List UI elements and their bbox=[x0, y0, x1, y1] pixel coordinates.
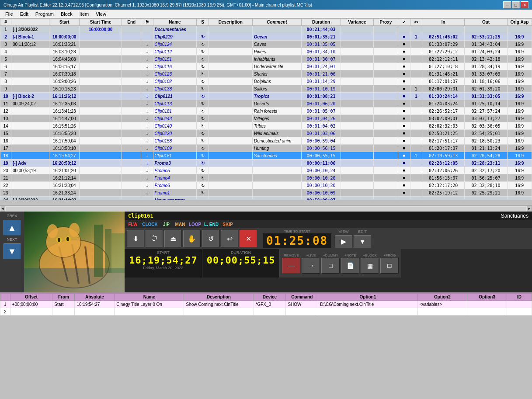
table-cell: 02:32;28;10 bbox=[465, 182, 507, 189]
table-row[interactable]: 516:04:45;08↓Clip0151↻Inhabitants00:01;3… bbox=[0, 56, 532, 63]
edit-label: EDIT bbox=[354, 229, 371, 234]
menu-program[interactable]: Program bbox=[32, 10, 57, 17]
table-row[interactable]: 2116:21:12;14↓Promo4↻00:00;10;20■01:56;1… bbox=[0, 174, 532, 182]
playlist-scroll[interactable]: # Start Start Time End ⚑ Name S Descript… bbox=[0, 18, 532, 200]
svg-rect-16 bbox=[105, 229, 111, 273]
table-row[interactable]: 1316:14:47;00↓Clip0243↻Villages00:01;04;… bbox=[0, 115, 532, 122]
table-cell bbox=[209, 100, 252, 108]
table-row[interactable]: 1216:13:41;23↓Clip0181↻Rain forests00:01… bbox=[0, 108, 532, 115]
app-title: Cinegy Air Playlist Editor 22.12.0.4712.… bbox=[3, 3, 312, 7]
menu-view[interactable]: View bbox=[92, 10, 110, 17]
table-cell bbox=[11, 85, 49, 93]
table-cell: ■ bbox=[398, 100, 410, 108]
maximize-button[interactable]: □ bbox=[512, 1, 520, 8]
table-row[interactable]: 1100;09;24;0216:12:35;03↓Clip0113↻Desert… bbox=[0, 100, 532, 108]
table-row[interactable]: 416:03:10;28↓Clip0112↻Rivers00:01;34;10■… bbox=[0, 48, 532, 56]
table-cell bbox=[341, 26, 373, 33]
gfx-row[interactable]: 2 bbox=[0, 308, 532, 316]
table-cell bbox=[209, 182, 252, 189]
jip-button[interactable]: ⏏ bbox=[164, 230, 182, 247]
table-row[interactable]: 916:10:15;23↓Clip0138↻Sailors00:01;10;19… bbox=[0, 85, 532, 93]
table-cell bbox=[410, 174, 422, 182]
menu-file[interactable]: File bbox=[2, 10, 17, 17]
prev-button[interactable]: ▲ bbox=[3, 220, 21, 236]
menu-item[interactable]: Item bbox=[76, 10, 92, 17]
svg-point-8 bbox=[47, 224, 58, 238]
recue-button[interactable]: ⬇ bbox=[127, 230, 144, 247]
menu-block[interactable]: Block bbox=[57, 10, 76, 17]
table-cell: 02:53;21;25 bbox=[422, 130, 464, 137]
table-cell bbox=[141, 197, 153, 200]
table-cell: Clip0140 bbox=[153, 122, 197, 130]
live-button[interactable]: → bbox=[302, 258, 320, 274]
table-cell: Clip0123 bbox=[153, 70, 197, 78]
table-row[interactable]: 1516:16:55;28↓Clip0220↻Wild animals00:01… bbox=[0, 130, 532, 137]
table-row[interactable]: 716:07:39;18↓Clip0123↻Sharks00:01;21;06■… bbox=[0, 70, 532, 78]
table-cell: Clip0181 bbox=[153, 108, 197, 115]
menu-edit[interactable]: Edit bbox=[17, 10, 32, 17]
table-cell: 16:9 bbox=[507, 78, 532, 85]
table-row[interactable]: 1[-] 3/20/202216:00:00;00Documentaries00… bbox=[0, 26, 532, 33]
skip-button[interactable]: ✕ bbox=[240, 230, 257, 247]
table-cell bbox=[410, 130, 422, 137]
svg-rect-17 bbox=[111, 233, 125, 273]
note-button[interactable]: 📄 bbox=[341, 258, 359, 274]
table-cell bbox=[80, 93, 122, 100]
remove-button[interactable]: — bbox=[282, 258, 300, 274]
loop-button[interactable]: ↺ bbox=[202, 230, 219, 247]
table-row[interactable]: 2216:21:23;04↓Promo6↻00:00;10;20■02:32;1… bbox=[0, 182, 532, 189]
gfx-cell: +00;00;00;00 bbox=[10, 301, 52, 308]
table-cell bbox=[341, 63, 373, 70]
table-row[interactable]: 24[-] 3/20/202216:21:44;03News program00… bbox=[0, 197, 532, 200]
table-cell bbox=[209, 41, 252, 48]
table-row[interactable]: 2[-] Block-116:00:00;00Clip0219↻Ocean00:… bbox=[0, 33, 532, 41]
table-cell: 21 bbox=[0, 174, 11, 182]
table-row[interactable]: 1416:15:51;26↓Clip0140↻Tribes00:01;04;02… bbox=[0, 122, 532, 130]
table-row[interactable]: 1716:18:58;10↓Clip0109↻Hunting00:00;56;1… bbox=[0, 145, 532, 152]
nav-panel: PREV ▲ NEXT ▼ bbox=[0, 212, 24, 292]
dummy-button[interactable]: □ bbox=[321, 258, 340, 274]
gfx-cell: 2 bbox=[0, 308, 10, 316]
scroll-track[interactable] bbox=[6, 207, 526, 211]
minimize-button[interactable]: ─ bbox=[503, 1, 511, 8]
tts-label: TIME TO START bbox=[284, 229, 310, 233]
table-cell: [-] 3/20/2022 bbox=[11, 197, 49, 200]
table-cell: Rivers bbox=[252, 48, 301, 56]
table-row[interactable]: 10[-] Block-216:11:26;12↓Clip0121↻Tropic… bbox=[0, 93, 532, 100]
table-row[interactable]: 616:06:15;17↓Clip0116↻Underwater life00:… bbox=[0, 63, 532, 70]
table-row[interactable]: 19[-] Adv16:20:50;12↓Promo3↻00:00;11;06■… bbox=[0, 160, 532, 167]
table-cell: ↻ bbox=[197, 33, 209, 41]
horizontal-scrollbar[interactable]: ◄ ► bbox=[0, 205, 532, 212]
next-button[interactable]: ▼ bbox=[3, 243, 21, 259]
block-button[interactable]: ▦ bbox=[361, 258, 379, 274]
man-button[interactable]: ✋ bbox=[183, 230, 201, 247]
gfx-cell bbox=[467, 308, 507, 316]
table-row[interactable]: 300;11;26;1216:01:35;21↓Clip0124↻Caves00… bbox=[0, 41, 532, 48]
scroll-right-button[interactable]: ► bbox=[527, 206, 532, 212]
table-cell: Promo6 bbox=[153, 182, 197, 189]
table-row[interactable]: 1616:17:59;04↓Clip0158↻Domesticated anim… bbox=[0, 137, 532, 145]
table-cell: 16:17:59;04 bbox=[49, 137, 80, 145]
table-cell bbox=[341, 48, 373, 56]
table-cell bbox=[373, 63, 398, 70]
lend-button[interactable]: ↩ bbox=[221, 230, 238, 247]
table-row[interactable]: 1816:19:54;27↓Clip0161↻Sanctuaries00:00;… bbox=[0, 152, 532, 160]
prog-button[interactable]: ⊟ bbox=[380, 258, 399, 274]
dummy-col: +DUMMY □ bbox=[321, 253, 340, 274]
close-button[interactable]: ✕ bbox=[521, 1, 529, 8]
table-row[interactable]: 2316:21:33;24↓Promo1↻00:00;10;09■02:25;1… bbox=[0, 189, 532, 197]
scroll-left-button[interactable]: ◄ bbox=[0, 206, 5, 212]
table-row[interactable]: 2000;00;53;1916:21:01;20↓Promo5↻00:00;10… bbox=[0, 167, 532, 174]
gfx-area: Offset From Absolute Name Description De… bbox=[0, 292, 532, 316]
clock-mode-button[interactable]: ⏱ bbox=[146, 230, 163, 247]
table-cell: 01:30;24;14 bbox=[422, 93, 464, 100]
gfx-row[interactable]: 1+00;00;00;00Start16;19;54;27Cinegy Titl… bbox=[0, 301, 532, 308]
view-button[interactable]: ▶ bbox=[335, 235, 352, 248]
table-cell: Tribes bbox=[252, 122, 301, 130]
jip-label: JIP bbox=[161, 222, 172, 227]
table-row[interactable]: 816:09:00;26↓Clip0102↻Dolphins00:01;14;2… bbox=[0, 78, 532, 85]
edit-button[interactable]: ▼ bbox=[354, 235, 371, 248]
table-cell bbox=[373, 182, 398, 189]
prev-label: PREV bbox=[7, 214, 17, 218]
flw-label: FLW bbox=[127, 222, 139, 227]
